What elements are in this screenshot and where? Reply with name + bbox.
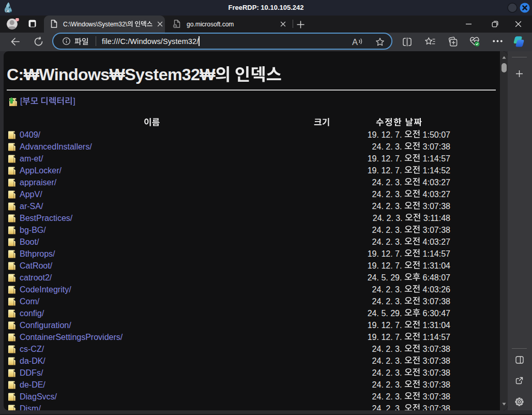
svg-text:A: A (352, 37, 358, 47)
